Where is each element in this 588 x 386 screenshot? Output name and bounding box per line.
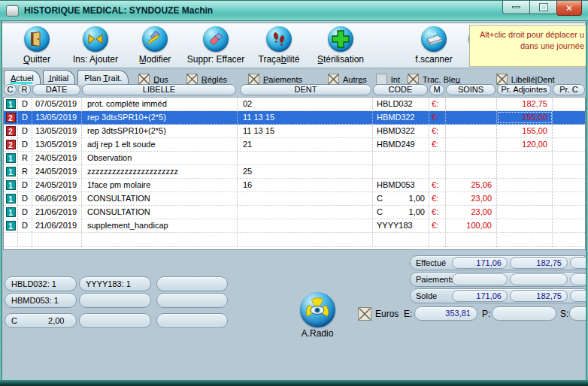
checkbox-label: D̲us (153, 75, 168, 84)
insert-arrows-icon (83, 26, 108, 52)
close-button[interactable]: ✕ (556, 1, 582, 16)
cell-libelle: CONSULTATION (82, 192, 238, 205)
cell-libelle: adj rep 1 elt soude (82, 138, 238, 151)
minimize-button[interactable] (502, 1, 530, 14)
a-radio-button[interactable]: A.Radio (287, 292, 347, 339)
cell-date: 21/06/2019 (35, 207, 77, 216)
cell-soins (446, 125, 497, 137)
checkbox-label: P̲aiements (263, 75, 302, 84)
cell-dent (238, 219, 373, 232)
window-border-left (0, 21, 2, 380)
table-row-selected[interactable]: 2 D 13/05/2019 rep 3dtsSPR10+(2*5) 11 13… (4, 111, 585, 125)
table-row[interactable]: 1 R 24/05/2019 zzzzzzzzzzzzzzzzzzzzzz 25 (4, 165, 585, 179)
cell-pr-adjointes (497, 192, 553, 205)
tab-label: I̲nitial (50, 74, 69, 83)
cell-date: 21/06/2019 (35, 221, 77, 230)
col-header-soins[interactable]: SOINS (446, 84, 496, 95)
cell-dent: 02 (238, 98, 373, 110)
cell-soins: 23,00 (446, 192, 497, 205)
col-header-pr-c[interactable]: Pr. C (553, 84, 585, 95)
consult-counter-field: C 2,00 (5, 313, 77, 328)
cell-euro: €: (429, 179, 446, 191)
cell-libelle: zzzzzzzzzzzzzzzzzzzzzz (82, 165, 238, 178)
cell-r: R (18, 152, 32, 164)
tab-plan-trait[interactable]: Plan T̲rait. (77, 70, 129, 85)
cell-r: D (18, 206, 32, 219)
summary-row-paiements: Paiements (410, 272, 588, 287)
cell-euro: €: (429, 125, 446, 137)
col-header-c[interactable]: C (4, 84, 17, 95)
col-header-r[interactable]: R (18, 84, 31, 95)
summary-label: Effectué (416, 258, 446, 267)
cell-date: 24/05/2019 (35, 180, 77, 189)
cell-code: HBMD322 (377, 125, 415, 137)
hint-note: Alt+clic droit pour déplacer u dans une … (469, 25, 588, 67)
col-header-date[interactable]: DATE (32, 84, 80, 95)
modifier-button[interactable]: M̲odifier (127, 26, 183, 65)
effacer-button[interactable]: Suppr: Effacer (183, 26, 249, 65)
cell-pr-adjointes (497, 206, 553, 219)
tab-label: Plan T̲rait. (84, 74, 122, 83)
cell-soins: 23,00 (446, 206, 497, 219)
toolbar-button-label: f.scanner (415, 54, 452, 65)
cell-dent: 25 (238, 165, 373, 178)
table-row[interactable]: 1 D 21/06/2019 supplement_handicap YYYY1… (4, 219, 585, 233)
empty-table-row (4, 233, 585, 247)
sterilisation-button[interactable]: S̲térilisation (309, 26, 372, 65)
consult-counter-label: C (11, 316, 17, 325)
a-radio-label: A.Radio (287, 328, 347, 339)
hint-note-line2: dans une journée (520, 41, 584, 50)
cell-libelle: 1face pm molaire (82, 179, 238, 191)
ajouter-button[interactable]: Ins: Ajouter (64, 26, 127, 65)
table-row[interactable]: 2 D 13/05/2019 adj rep 1 elt soude 21 HB… (4, 138, 585, 152)
tab-actuel[interactable]: A̲ctuel (4, 70, 41, 85)
col-header-libelle[interactable]: LIBELLE (82, 84, 236, 95)
table-row[interactable]: 1 D 07/05/2019 prot. complète imméd 02 H… (4, 98, 585, 111)
cell-euro: €: (429, 192, 446, 205)
minimize-icon (512, 6, 520, 8)
euros-checkbox[interactable] (358, 307, 371, 321)
cell-code: HBMD249 (377, 138, 415, 151)
col-header-pr-adjointes[interactable]: Pr. Adjointes (497, 84, 551, 95)
col-header-dent[interactable]: DENT (240, 84, 371, 95)
quitter-button[interactable]: Q̲uitter (10, 26, 64, 65)
cell-r: D (18, 98, 32, 110)
act-count-badge: 2 (6, 126, 16, 136)
close-icon: ✕ (565, 3, 573, 14)
footprints-icon (266, 26, 292, 52)
col-header-code[interactable]: CODE (373, 84, 428, 95)
tab-initial[interactable]: I̲nitial (43, 70, 76, 85)
tracabilite-button[interactable]: Traçab̲ilité (249, 26, 309, 65)
cell-soins (446, 98, 497, 110)
table-row[interactable]: 1 D 21/06/2019 CONSULTATION C1,00 €: 23,… (4, 206, 585, 219)
table-row[interactable]: 1 D 24/05/2019 1face pm molaire 16 HBMD0… (4, 179, 585, 192)
fscanner-button[interactable]: f.scanner (405, 26, 462, 65)
cell-libelle: rep 3dtsSPR10+(2*5) (82, 111, 238, 124)
act-count-badge: 1 (6, 167, 16, 176)
historique-medical-window: HISTORIQUE MEDICAL: SYNDOUZE Machin ✕ Q̲… (0, 0, 588, 386)
summary-value-field: 182,75 (510, 290, 568, 302)
cell-code-value: 1,00 (409, 206, 425, 219)
code-counter-field (156, 293, 228, 308)
table-row[interactable]: 2 D 13/05/2019 rep 3dtsSPR10+(2*5) 11 13… (4, 125, 585, 138)
checkbox-label: Autre̲s (343, 75, 367, 84)
cell-soins (446, 111, 497, 124)
cell-code-value: 1,00 (409, 192, 425, 205)
cell-code: HBLD032 (377, 98, 413, 110)
pencil-edit-icon (142, 26, 168, 52)
cell-r: D (18, 138, 32, 151)
act-count-badge: 2 (6, 113, 16, 122)
title-bar[interactable]: HISTORIQUE MEDICAL: SYNDOUZE Machin ✕ (0, 0, 588, 21)
cell-code: HBMD322 (377, 111, 415, 124)
checkbox-label: Int (391, 75, 400, 84)
act-count-badge: 1 (6, 221, 16, 231)
summary-label: Solde (416, 291, 437, 300)
code-counter-field (156, 276, 228, 291)
col-header-m[interactable]: M (429, 84, 444, 95)
cell-r: D (18, 111, 32, 124)
table-row[interactable]: 1 R 24/05/2019 Observation (4, 152, 585, 165)
table-row[interactable]: 1 D 06/06/2019 CONSULTATION C1,00 €: 23,… (4, 192, 585, 206)
cell-code: C (377, 192, 383, 205)
maximize-button[interactable] (530, 1, 556, 14)
cell-euro: €: (429, 206, 446, 219)
